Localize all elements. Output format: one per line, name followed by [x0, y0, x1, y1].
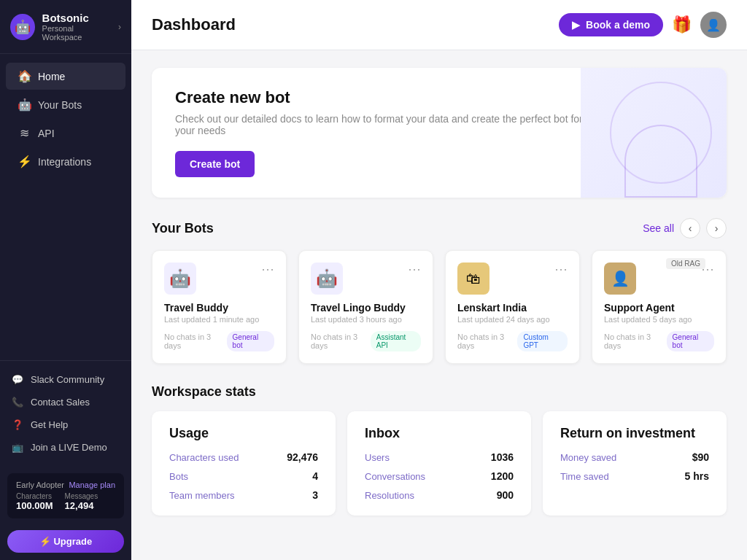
users-value: 1036 [491, 451, 514, 463]
main-header: Dashboard ▶ Book a demo 🎁 👤 [131, 0, 747, 50]
book-demo-label: Book a demo [586, 19, 650, 31]
create-bot-button[interactable]: Create bot [175, 151, 255, 177]
sidebar-item-bots-label: Your Bots [38, 99, 82, 111]
api-icon: ≋ [18, 126, 31, 140]
users-label: Users [365, 452, 390, 463]
phone-icon: 📞 [12, 397, 23, 408]
bot-name: Lenskart India [457, 302, 568, 314]
resolutions-label: Resolutions [365, 490, 414, 501]
inbox-title: Inbox [365, 426, 514, 441]
bot-menu-icon[interactable]: ⋯ [408, 262, 421, 276]
time-saved-value: 5 hrs [685, 470, 709, 482]
bot-updated: Last updated 3 hours ago [311, 315, 421, 324]
deco-half [624, 125, 697, 198]
plan-label: Early Adopter [16, 481, 64, 489]
avatar[interactable]: 👤 [700, 12, 727, 38]
bot-name: Support Agent [604, 302, 714, 314]
sidebar-item-home-label: Home [38, 71, 65, 82]
plan-stats: Characters 100.00M Messages 12,494 [16, 492, 115, 511]
book-demo-button[interactable]: ▶ Book a demo [559, 13, 663, 36]
sidebar-chevron-icon: › [118, 22, 121, 32]
team-members-label: Team members [169, 490, 235, 501]
bot-footer: No chats in 3 days Assistant API [311, 331, 421, 351]
workspace-stats-title: Workspace stats [152, 384, 727, 400]
bot-badge: Custom GPT [517, 331, 568, 351]
bot-card-header: 🤖 ⋯ [164, 262, 274, 295]
workspace-stats-section: Workspace stats Usage Characters used 92… [152, 384, 727, 516]
create-bot-decoration [581, 68, 727, 198]
integrations-icon: ⚡ [18, 155, 31, 168]
bot-avatar-lenskart: 🛍 [457, 262, 489, 295]
sidebar-bottom: 💬 Slack Community 📞 Contact Sales ❓ Get … [0, 360, 131, 466]
prev-arrow-button[interactable]: ‹ [680, 218, 700, 238]
roi-card: Return on investment Money saved $90 Tim… [543, 411, 727, 516]
bot-chats: No chats in 3 days [311, 332, 371, 350]
contact-label: Contact Sales [31, 397, 90, 408]
bot-menu-icon[interactable]: ⋯ [261, 262, 274, 276]
bot-card-travel-buddy[interactable]: 🤖 ⋯ Travel Buddy Last updated 1 minute a… [152, 250, 287, 364]
header-right: ▶ Book a demo 🎁 👤 [559, 12, 727, 38]
bot-old-rag-tag: Old RAG [666, 258, 705, 269]
bots-icon: 🤖 [18, 98, 31, 112]
app-workspace: Personal Workspace [42, 24, 111, 42]
bot-footer: No chats in 3 days General bot [164, 331, 274, 351]
your-bots-title: Your Bots [152, 221, 214, 236]
bot-footer: No chats in 3 days Custom GPT [457, 331, 568, 351]
bot-footer: No chats in 3 days General bot [604, 331, 714, 351]
live-demo-icon: 📺 [12, 442, 23, 453]
bots-value: 4 [312, 470, 318, 482]
sidebar-slack-community[interactable]: 💬 Slack Community [0, 368, 131, 391]
bot-card-lenskart[interactable]: 🛍 ⋯ Lenskart India Last updated 24 days … [445, 250, 580, 364]
resolutions-value: 900 [497, 489, 514, 501]
manage-plan-link[interactable]: Manage plan [69, 481, 115, 489]
plan-section: Early Adopter Manage plan Characters 100… [7, 473, 124, 518]
bot-menu-icon[interactable]: ⋯ [554, 262, 568, 276]
sidebar-contact-sales[interactable]: 📞 Contact Sales [0, 391, 131, 413]
sidebar-item-integrations-label: Integrations [38, 156, 91, 168]
main-content: Dashboard ▶ Book a demo 🎁 👤 Create new b… [131, 0, 747, 560]
bots-grid: 🤖 ⋯ Travel Buddy Last updated 1 minute a… [152, 250, 727, 364]
bot-updated: Last updated 1 minute ago [164, 315, 274, 324]
stat-row-bots: Bots 4 [169, 470, 318, 482]
bot-badge: Assistant API [371, 331, 421, 351]
usage-title: Usage [169, 426, 318, 441]
page-title: Dashboard [152, 15, 236, 34]
characters-value: 100.00M [16, 500, 53, 511]
bot-name: Travel Lingo Buddy [311, 302, 421, 314]
logo-text: Botsonic Personal Workspace [42, 12, 111, 42]
upgrade-button[interactable]: ⚡ Upgrade [7, 530, 124, 553]
create-bot-card: Create new bot Check out our detailed do… [152, 68, 727, 198]
main-body: Create new bot Check out our detailed do… [131, 50, 747, 533]
app-name: Botsonic [42, 12, 111, 24]
sidebar-get-help[interactable]: ❓ Get Help [0, 413, 131, 436]
gift-icon[interactable]: 🎁 [672, 15, 692, 34]
live-demo-label: Join a LIVE Demo [31, 442, 107, 453]
sidebar-nav: 🏠 Home 🤖 Your Bots ≋ API ⚡ Integrations [0, 54, 131, 360]
sidebar-item-integrations[interactable]: ⚡ Integrations [6, 148, 125, 175]
bots-label: Bots [169, 471, 188, 482]
sidebar-live-demo[interactable]: 📺 Join a LIVE Demo [0, 436, 131, 459]
slack-label: Slack Community [31, 374, 104, 385]
stat-row-conversations: Conversations 1200 [365, 470, 514, 482]
plan-messages: Messages 12,494 [65, 492, 98, 511]
characters-label: Characters [16, 492, 53, 500]
stat-row-resolutions: Resolutions 900 [365, 489, 514, 501]
bot-updated: Last updated 5 days ago [604, 315, 714, 324]
help-icon: ❓ [12, 419, 23, 430]
see-all-link[interactable]: See all [643, 222, 674, 234]
stat-row-team: Team members 3 [169, 489, 318, 501]
roi-title: Return on investment [560, 426, 709, 441]
sidebar-item-your-bots[interactable]: 🤖 Your Bots [6, 91, 125, 118]
bot-card-travel-lingo[interactable]: 🤖 ⋯ Travel Lingo Buddy Last updated 3 ho… [298, 250, 433, 364]
sidebar-item-home[interactable]: 🏠 Home [6, 63, 125, 90]
bot-card-support-agent[interactable]: 👤 ⋯ Old RAG Support Agent Last updated 5… [592, 250, 727, 364]
next-arrow-button[interactable]: › [706, 218, 727, 238]
bot-chats: No chats in 3 days [457, 332, 517, 350]
stat-row-users: Users 1036 [365, 451, 514, 463]
video-icon: ▶ [572, 19, 580, 31]
sidebar-item-api[interactable]: ≋ API [6, 120, 125, 147]
bot-chats: No chats in 3 days [604, 332, 667, 350]
conversations-value: 1200 [491, 470, 514, 482]
sidebar-logo: 🤖 Botsonic Personal Workspace › [0, 0, 131, 54]
money-saved-value: $90 [692, 451, 709, 463]
